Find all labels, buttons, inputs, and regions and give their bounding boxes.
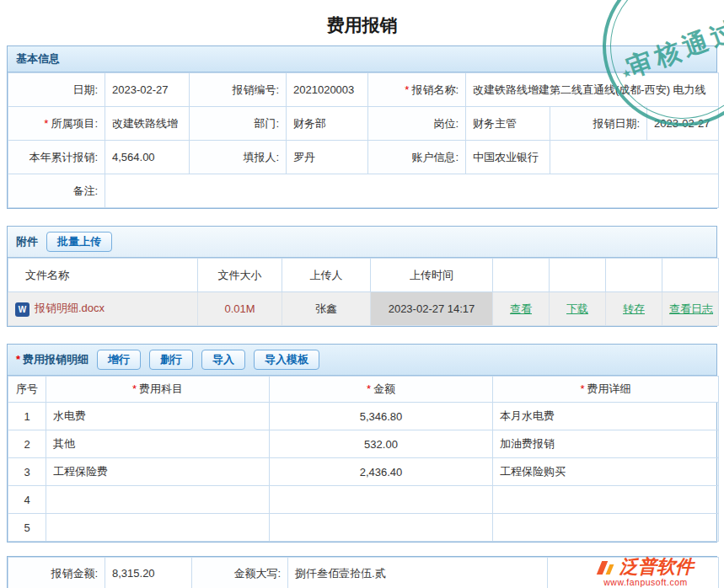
filler-label: 填报人:	[190, 141, 287, 174]
row-amount: 532.00	[270, 430, 493, 458]
row-subject: 水电费	[46, 403, 270, 430]
row-seq: 4	[8, 486, 46, 514]
required-marker: *	[44, 117, 48, 130]
expense-detail-title: *费用报销明细	[16, 352, 88, 367]
file-name-column-header: 文件名称	[8, 259, 198, 292]
date-value: 2023-02-27	[105, 73, 190, 107]
row-seq: 3	[8, 458, 46, 486]
amount-column-header-text: 金额	[373, 382, 395, 395]
detail-header-row: 序号 *费用科目 *金额 *费用详细	[8, 377, 719, 403]
amount-in-words-value: 捌仟叁佰壹拾伍.贰	[288, 558, 548, 588]
required-marker: *	[132, 382, 137, 395]
subject-column-header-text: 费用科目	[139, 382, 183, 395]
remark-value	[105, 174, 719, 208]
transfer-save-link[interactable]: 转存	[623, 302, 645, 315]
row-detail	[493, 514, 719, 542]
page-title: 费用报销	[0, 0, 724, 45]
attachment-file-name[interactable]: W报销明细.docx	[8, 292, 198, 326]
required-marker: *	[580, 382, 584, 395]
basic-info-grid: 日期: 2023-02-27 报销编号: 2021020003 *报销名称: 改…	[8, 72, 719, 208]
basic-info-title: 基本信息	[16, 51, 60, 67]
row-detail: 加油费报销	[493, 430, 719, 458]
subject-column-header: *费用科目	[46, 377, 270, 403]
action-column-header	[493, 259, 550, 292]
attachments-table: 文件名称 文件大小 上传人 上传时间 W报销明细.docx 0.01M 张鑫 2…	[8, 258, 719, 326]
attachments-section: 附件 批量上传 文件名称 文件大小 上传人 上传时间 W报销明细.docx	[7, 226, 717, 327]
total-amount-value: 8,315.20	[105, 558, 192, 588]
brand-name: 泛普软件	[619, 558, 694, 576]
brand-url: www.fanpusoft.com	[574, 577, 717, 587]
reimburse-no-value: 2021020003	[287, 73, 368, 107]
view-link[interactable]: 查看	[510, 302, 532, 315]
date-label: 日期:	[8, 73, 105, 107]
action-column-header	[662, 259, 719, 292]
attachment-file-size: 0.01M	[198, 292, 282, 326]
attachments-title: 附件	[16, 234, 38, 249]
basic-row-1: 日期: 2023-02-27 报销编号: 2021020003 *报销名称: 改…	[8, 73, 719, 107]
expense-detail-title-text: 费用报销明细	[23, 353, 88, 366]
annual-total-value: 4,564.00	[105, 141, 190, 174]
uploader-column-header: 上传人	[282, 259, 371, 292]
add-row-button[interactable]: 增行	[97, 350, 141, 370]
row-subject: 工程保险费	[46, 458, 270, 486]
row-seq: 2	[8, 430, 46, 458]
report-date-value: 2023-02-27	[647, 107, 719, 141]
post-label: 岗位:	[368, 107, 466, 141]
attachment-row: W报销明细.docx 0.01M 张鑫 2023-02-27 14:17 查看 …	[8, 292, 719, 326]
download-link[interactable]: 下载	[566, 302, 588, 315]
row-detail: 本月水电费	[493, 403, 719, 430]
filler-value: 罗丹	[287, 141, 368, 174]
batch-upload-button[interactable]: 批量上传	[46, 232, 112, 252]
amount-in-words-label: 金额大写:	[192, 558, 288, 588]
seq-column-header: 序号	[8, 377, 46, 403]
detail-row: 2 其他 532.00 加油费报销	[8, 430, 719, 458]
attachments-header-row: 文件名称 文件大小 上传人 上传时间	[8, 259, 719, 292]
basic-row-4: 备注:	[8, 174, 719, 208]
expense-detail-section: *费用报销明细 增行 删行 导入 导入模板 序号 *费用科目 *金额 *费用详细…	[7, 344, 717, 543]
attachments-header: 附件 批量上传	[8, 227, 716, 258]
row-amount: 5,346.80	[270, 403, 493, 430]
detail-column-header: *费用详细	[493, 377, 719, 403]
action-column-header	[550, 259, 606, 292]
basic-row-2: *所属项目: 改建铁路线增 部门: 财务部 岗位: 财务主管 报销日期: 202…	[8, 107, 719, 141]
required-marker: *	[16, 353, 20, 366]
row-detail	[493, 486, 719, 514]
delete-row-button[interactable]: 删行	[149, 350, 193, 370]
account-label: 账户信息:	[368, 141, 466, 174]
row-seq: 1	[8, 403, 46, 430]
row-subject	[46, 514, 270, 542]
file-name-text[interactable]: 报销明细.docx	[35, 302, 105, 314]
row-amount	[270, 514, 493, 542]
attachment-upload-time: 2023-02-27 14:17	[371, 292, 493, 326]
detail-row: 3 工程保险费 2,436.40 工程保险购买	[8, 458, 719, 486]
row-subject: 其他	[46, 430, 270, 458]
required-marker: *	[367, 382, 371, 395]
action-column-header	[606, 259, 662, 292]
fanpu-logo-icon	[598, 559, 614, 576]
view-log-link[interactable]: 查看日志	[669, 302, 713, 315]
report-date-label: 报销日期:	[550, 107, 647, 141]
brand-logo: 泛普软件 www.fanpusoft.com	[574, 558, 717, 587]
reimburse-name-label-text: 报销名称:	[411, 83, 459, 96]
department-value: 财务部	[287, 107, 368, 141]
detail-row: 4	[8, 486, 719, 514]
remark-label: 备注:	[8, 174, 105, 208]
reimburse-name-label: *报销名称:	[368, 73, 466, 107]
project-value: 改建铁路线增	[105, 107, 190, 141]
expense-reimbursement-page: 费用报销 ★ ★ 审核通过 基本信息 日期: 2023-02-27 报销编号: …	[0, 0, 724, 588]
row-detail: 工程保险购买	[493, 458, 719, 486]
annual-total-label: 本年累计报销:	[8, 141, 105, 174]
expense-detail-table: 序号 *费用科目 *金额 *费用详细 1 水电费 5,346.80 本月水电费 …	[8, 376, 719, 542]
reimburse-name-value: 改建铁路线增建第二线直通线(成都-西安) 电力线	[466, 73, 719, 107]
row-amount	[270, 486, 493, 514]
detail-column-header-text: 费用详细	[587, 382, 631, 395]
post-value: 财务主管	[466, 107, 550, 141]
import-template-button[interactable]: 导入模板	[254, 350, 319, 370]
detail-row: 1 水电费 5,346.80 本月水电费	[8, 403, 719, 430]
attachment-uploader: 张鑫	[282, 292, 371, 326]
expense-detail-header: *费用报销明细 增行 删行 导入 导入模板	[8, 345, 716, 376]
import-button[interactable]: 导入	[201, 350, 245, 370]
basic-row-3: 本年累计报销: 4,564.00 填报人: 罗丹 账户信息: 中国农业银行	[8, 141, 719, 174]
account-value: 中国农业银行	[466, 141, 550, 174]
project-label-text: 所属项目:	[51, 117, 98, 130]
